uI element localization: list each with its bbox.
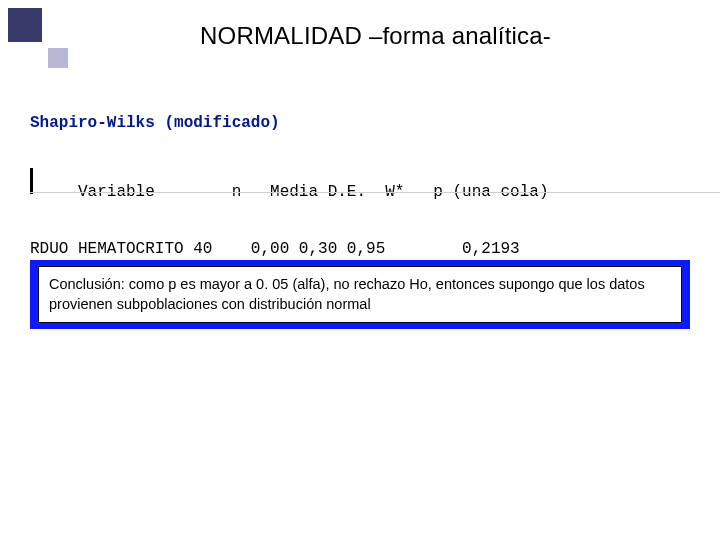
conclusion-container: Conclusión: como p es mayor a 0. 05 (alf… [30, 260, 690, 329]
conclusion-text: Conclusión: como p es mayor a 0. 05 (alf… [38, 266, 682, 323]
table-data-row: RDUO HEMATOCRITO 40 0,00 0,30 0,95 0,219… [30, 239, 690, 260]
slide-corner-decor [8, 8, 78, 78]
vertical-separator [30, 168, 33, 194]
decor-square-small [48, 48, 68, 68]
test-heading: Shapiro-Wilks (modificado) [30, 114, 690, 132]
horizontal-separator [30, 192, 720, 193]
decor-square-large [8, 8, 42, 42]
shapiro-wilks-block: Shapiro-Wilks (modificado) Variable n Me… [30, 78, 690, 278]
page-title: NORMALIDAD –forma analítica- [200, 22, 551, 50]
